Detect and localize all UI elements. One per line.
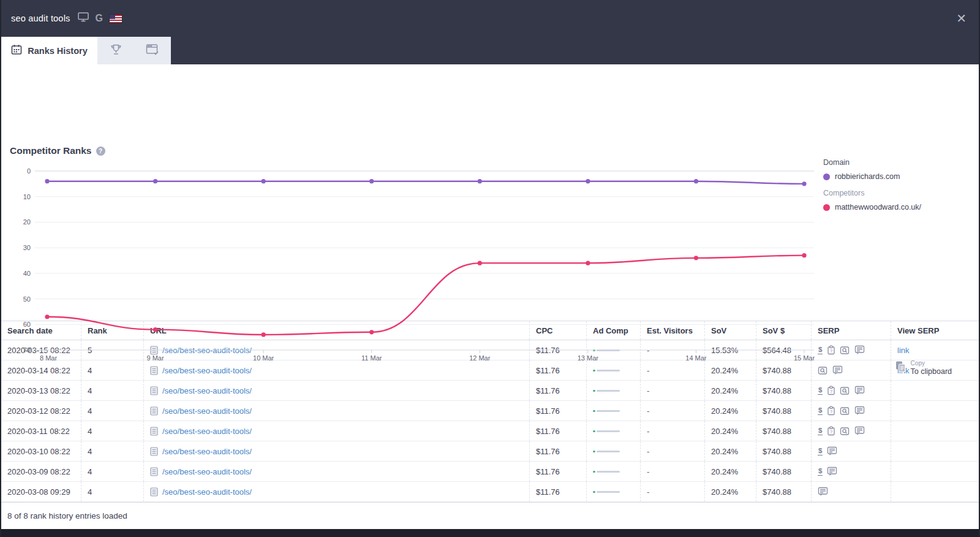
sov-cell: 20.24%	[704, 482, 756, 501]
url-cell: /seo/best-seo-audit-tools/	[143, 381, 529, 400]
sov-dollar-cell: $740.88	[756, 421, 811, 441]
svg-text:14 Mar: 14 Mar	[685, 354, 707, 362]
column-header-serp[interactable]: SERP	[811, 321, 891, 340]
serp-shopping-icon: ?	[827, 386, 835, 395]
cpc-cell: $11.76	[529, 421, 586, 441]
ad-comp-bar	[593, 370, 620, 371]
rank-cell: 4	[81, 381, 143, 400]
search-date-cell: 2020-03-12 08:22	[1, 401, 81, 421]
tab-ranks-history-label: Ranks History	[28, 46, 88, 56]
url-link[interactable]: /seo/best-seo-audit-tools/	[162, 386, 252, 395]
serp-shopping-icon: ?	[827, 406, 835, 416]
search-date-cell: 2020-03-08 09:29	[1, 482, 81, 501]
ad-comp-bar	[593, 451, 620, 452]
svg-text:12 Mar: 12 Mar	[469, 354, 491, 362]
est-visitors-cell: -	[640, 381, 704, 400]
serp-features-cell: $	[811, 462, 891, 481]
view-serp-cell: link	[891, 340, 979, 360]
serp-featured-snippet-icon	[854, 426, 865, 436]
calendar-icon	[11, 44, 22, 57]
cpc-cell: $11.76	[529, 462, 586, 481]
tab-ranks-history[interactable]: Ranks History	[1, 37, 97, 64]
sov-dollar-cell: $740.88	[756, 441, 811, 461]
legend-color-dot	[823, 173, 830, 180]
serp-adwords-icon: $	[818, 386, 823, 395]
serp-image-pack-icon	[840, 386, 850, 395]
svg-text:40: 40	[23, 270, 31, 277]
view-serp-cell	[891, 381, 979, 400]
legend-item-domain[interactable]: robbierichards.com	[823, 172, 976, 181]
url-link[interactable]: /seo/best-seo-audit-tools/	[162, 406, 252, 416]
serp-featured-snippet-icon	[854, 406, 865, 416]
sov-dollar-cell: $740.88	[756, 482, 811, 501]
svg-text:0: 0	[27, 167, 31, 175]
keyword-header: seo audit tools G ✕	[1, 0, 979, 37]
search-date-cell: 2020-03-13 08:22	[1, 381, 81, 400]
view-serp-cell	[891, 401, 979, 421]
copy-to-clipboard-button[interactable]: Copy To clipboard	[895, 360, 952, 376]
browser-check-icon	[146, 44, 159, 58]
serp-image-pack-icon	[840, 427, 850, 436]
svg-text:8 Mar: 8 Mar	[40, 354, 57, 362]
serp-adwords-icon: $	[818, 447, 823, 455]
tab-competitors[interactable]	[97, 37, 134, 64]
legend-competitors-label: Competitors	[823, 189, 976, 197]
document-icon	[150, 406, 158, 416]
close-icon[interactable]: ✕	[956, 12, 967, 25]
keyword-detail-modal: seo audit tools G ✕ Ranks History	[0, 0, 980, 537]
legend-item-competitor[interactable]: matthewwoodward.co.uk/	[823, 203, 976, 211]
view-serp-link[interactable]: link	[897, 346, 910, 355]
competitor-ranks-section: Competitor Ranks ? 0102030405060708 Mar9…	[1, 64, 979, 321]
table-row: 2020-03-12 08:224/seo/best-seo-audit-too…	[1, 401, 979, 421]
serp-adwords-icon: $	[818, 467, 823, 476]
document-icon	[150, 467, 158, 476]
serp-featured-snippet-icon	[854, 345, 865, 355]
us-flag-icon	[110, 15, 122, 23]
svg-text:30: 30	[23, 244, 31, 251]
copy-label-main: To clipboard	[911, 367, 952, 376]
ad-comp-cell	[586, 482, 640, 501]
tab-serp-preview[interactable]	[134, 37, 171, 64]
sov-dollar-cell: $740.88	[756, 462, 811, 481]
svg-text:13 Mar: 13 Mar	[578, 354, 599, 362]
document-icon	[150, 386, 158, 395]
bottom-edge-bar	[1, 529, 979, 537]
cpc-cell: $11.76	[529, 401, 586, 421]
url-link[interactable]: /seo/best-seo-audit-tools/	[162, 487, 252, 497]
google-search-engine-icon: G	[96, 13, 103, 24]
svg-text:15 Mar: 15 Mar	[794, 354, 815, 362]
sov-cell: 20.24%	[704, 401, 756, 421]
view-serp-cell	[891, 421, 979, 441]
table-row: 2020-03-11 08:224/seo/best-seo-audit-too…	[1, 421, 979, 441]
search-date-cell: 2020-03-11 08:22	[1, 421, 81, 441]
column-header-view-serp[interactable]: View SERP	[891, 321, 979, 340]
table-row: 2020-03-08 09:294/seo/best-seo-audit-too…	[1, 482, 979, 502]
tab-bar: Ranks History	[1, 37, 979, 64]
rank-cell: 4	[81, 482, 143, 501]
serp-features-cell	[811, 482, 891, 501]
serp-features-cell	[811, 360, 891, 380]
svg-text:?: ?	[830, 348, 832, 354]
serp-features-cell: $?	[811, 401, 891, 421]
help-icon[interactable]: ?	[96, 147, 105, 156]
ad-comp-bar	[593, 390, 620, 392]
serp-image-pack-icon	[818, 366, 828, 375]
chart-legend: Domain robbierichards.com Competitors ma…	[823, 158, 976, 217]
table-row: 2020-03-09 08:224/seo/best-seo-audit-too…	[1, 462, 979, 482]
trophy-icon	[110, 44, 123, 58]
est-visitors-cell: -	[640, 482, 704, 501]
svg-text:9 Mar: 9 Mar	[147, 354, 164, 362]
legend-item-label: robbierichards.com	[835, 172, 900, 181]
url-link[interactable]: /seo/best-seo-audit-tools/	[162, 427, 252, 436]
svg-text:50: 50	[23, 295, 31, 303]
serp-featured-snippet-icon	[827, 467, 837, 476]
url-cell: /seo/best-seo-audit-tools/	[143, 421, 529, 441]
url-cell: /seo/best-seo-audit-tools/	[143, 462, 529, 481]
ad-comp-bar	[593, 410, 620, 412]
serp-featured-snippet-icon	[818, 487, 828, 497]
est-visitors-cell: -	[640, 401, 704, 421]
url-link[interactable]: /seo/best-seo-audit-tools/	[162, 467, 252, 476]
url-link[interactable]: /seo/best-seo-audit-tools/	[162, 447, 252, 456]
ad-comp-cell	[586, 381, 640, 400]
svg-text:10 Mar: 10 Mar	[253, 354, 274, 362]
